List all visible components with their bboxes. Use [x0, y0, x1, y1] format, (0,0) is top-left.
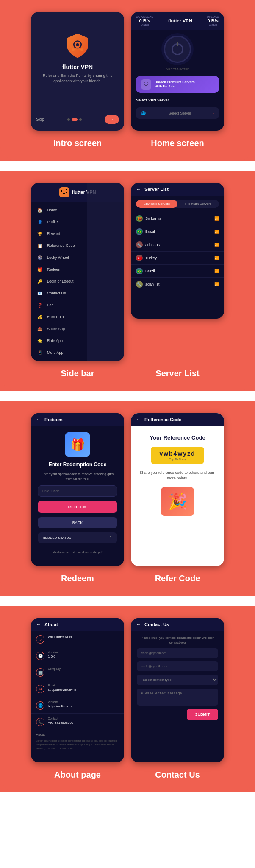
phones-row-1: flutter VPN Refer and Earn the Points by…: [8, 12, 247, 131]
sidebar-item-home[interactable]: 🏠 Home: [31, 204, 124, 216]
sidebar-item-faq[interactable]: ❓ Faq: [31, 299, 124, 311]
tab-standard[interactable]: Standard Servers: [136, 200, 177, 208]
section-sidebar-server: 🛡 flutter VPN 🏠 Home 👤 Profile: [0, 171, 255, 391]
tap-copy-label: Tap To Copy: [159, 458, 195, 461]
refer-header: ← Refference Code: [131, 413, 224, 426]
section-redeem-refer: ← Redeem 🎁 Enter Redemption Code Enter y…: [0, 401, 255, 596]
contact-type-select[interactable]: Select contact type: [137, 675, 218, 685]
sidebar-item-login[interactable]: 🔑 Login or Logout: [31, 275, 124, 287]
server-item-5[interactable]: 🔧 agan list 📶: [131, 278, 224, 291]
server-list-label: Server List: [131, 369, 224, 378]
sidebar-item-earn[interactable]: 💰 Earn Point: [31, 311, 124, 323]
flag-3: 🇹🇷: [136, 255, 143, 261]
sidebar-label-reference: Reference Code: [47, 244, 75, 248]
profile-icon: 👤: [37, 219, 43, 225]
server-item-2[interactable]: 🔧 adasdas 📶: [131, 238, 224, 252]
wifi-icon-4: 📶: [214, 269, 219, 273]
server-flag-name-5: 🔧 agan list: [136, 281, 160, 288]
sidebar-label-lucky: Lucky Wheel: [47, 255, 69, 260]
premium-banner[interactable]: 🛡 Unlock Premium Servers With No Ads: [136, 76, 219, 93]
sidebar-label-profile: Profile: [47, 220, 58, 224]
server-item-1[interactable]: 🇧🇷 Brazil 📶: [131, 225, 224, 238]
power-inner: [172, 43, 183, 55]
sidebar-item-lucky[interactable]: 🎡 Lucky Wheel: [31, 252, 124, 263]
refer-back-icon[interactable]: ←: [136, 417, 141, 423]
about-email-label: Email: [48, 684, 76, 687]
reference-icon: 📋: [37, 243, 43, 249]
contact-body: Please enter you contact details and adm…: [131, 631, 224, 725]
skip-button[interactable]: Skip: [36, 117, 44, 122]
about-website-icon: 🌐: [36, 701, 44, 710]
dot-3: [79, 118, 82, 121]
back-button[interactable]: BACK: [38, 517, 117, 528]
phones-row-3: ← Redeem 🎁 Enter Redemption Code Enter y…: [8, 413, 247, 566]
about-contact-value: +91 8819908565: [48, 721, 73, 725]
about-contact-icon: 📞: [36, 718, 44, 726]
sidebar-label-earn: Earn Point: [47, 315, 65, 319]
section-labels-3: Redeem Refer Code: [8, 574, 247, 583]
sidebar-label-login: Login or Logout: [47, 279, 74, 283]
server-name-4: Brazil: [145, 269, 155, 273]
sidebar-item-reward[interactable]: 🏆 Reward: [31, 228, 124, 240]
sidebar-item-rate[interactable]: ⭐ Rate App: [31, 335, 124, 347]
contact-desc: Please enter you contact details and adm…: [137, 636, 218, 645]
sidebar-item-redeem[interactable]: 🎁 Redeem: [31, 263, 124, 275]
select-server-label: Select VPN Server: [136, 98, 219, 102]
status-label: REDEEM STATUS: [43, 536, 71, 540]
home-icon: 🏠: [37, 207, 43, 213]
redeem-label: Redeem: [31, 574, 124, 583]
wifi-icon-0: 📶: [214, 216, 219, 221]
server-select-box[interactable]: 🌐 Select Server ›: [136, 107, 219, 119]
server-item-3[interactable]: 🇹🇷 Turkey 📶: [131, 252, 224, 265]
refer-code-box[interactable]: vwb4wyzd Tap To Copy: [151, 447, 204, 464]
flag-1: 🇧🇷: [136, 228, 143, 235]
server-flag-name-3: 🇹🇷 Turkey: [136, 255, 157, 261]
upload-box: UPLOAD 0 B/s Status: [207, 15, 219, 26]
redeem-code-input[interactable]: [38, 485, 117, 497]
contact-email2-input[interactable]: [137, 661, 218, 671]
contact-email-input[interactable]: [137, 648, 218, 658]
expand-icon: ⌃: [109, 535, 112, 540]
about-contact-label: Contact: [48, 717, 73, 720]
sidebar-item-reference[interactable]: 📋 Reference Code: [31, 240, 124, 252]
about-company-item: 🏢 Company: [31, 664, 124, 680]
about-app-name-item: 🛡 Will Flutter VPN: [31, 631, 124, 647]
refer-body: Your Reference Code vwb4wyzd Tap To Copy…: [131, 426, 224, 525]
sidebar-phone: 🛡 flutter VPN 🏠 Home 👤 Profile: [31, 183, 124, 361]
sidebar-item-contact[interactable]: 📧 Contact Us: [31, 287, 124, 299]
premium-text: Unlock Premium Servers With No Ads: [155, 80, 195, 89]
about-back-icon[interactable]: ←: [36, 622, 41, 627]
server-item-4[interactable]: 🇧🇷 Brazil 📶: [131, 265, 224, 278]
submit-button[interactable]: SUBMIT: [187, 709, 219, 720]
redeem-status-bar[interactable]: REDEEM STATUS ⌃: [38, 532, 117, 543]
disconnected-text: DISCONNECTED: [166, 68, 189, 71]
power-button[interactable]: [164, 36, 191, 63]
sidebar-item-profile[interactable]: 👤 Profile: [31, 216, 124, 228]
back-arrow-icon[interactable]: ←: [136, 186, 141, 192]
dot-2: [72, 118, 78, 121]
redeem-header: ← Redeem: [31, 413, 124, 426]
about-email-value: support@wilidev.in: [48, 688, 76, 692]
contact-message-textarea[interactable]: [137, 689, 218, 706]
about-company-label: Company: [48, 667, 61, 670]
about-section-title: About: [31, 730, 124, 737]
about-website-value: https://wilidev.in: [48, 704, 72, 708]
intro-subtitle: Refer and Earn the Points by sharing thi…: [36, 73, 119, 84]
server-name-0: Sri Lanka: [145, 216, 161, 221]
gap-3: [0, 596, 255, 606]
tab-premium[interactable]: Premium Servers: [177, 200, 219, 208]
contact-title: Contact Us: [144, 622, 169, 627]
next-button[interactable]: →: [105, 115, 119, 124]
login-icon: 🔑: [37, 278, 43, 284]
redeem-back-icon[interactable]: ←: [36, 417, 41, 423]
sidebar-item-more[interactable]: 📱 More App: [31, 347, 124, 358]
phones-row-2: 🛡 flutter VPN 🏠 Home 👤 Profile: [8, 183, 247, 361]
server-item-0[interactable]: 🇱🇰 Sri Lanka 📶: [131, 212, 224, 225]
flag-2: 🔧: [136, 241, 143, 248]
sidebar-label-reward: Reward: [47, 232, 60, 236]
server-flag-name-4: 🇧🇷 Brazil: [136, 268, 155, 274]
contact-back-icon[interactable]: ←: [136, 622, 141, 627]
sidebar-item-share[interactable]: 📤 Share App: [31, 323, 124, 335]
redeem-button[interactable]: REDEEM: [38, 501, 117, 513]
sidebar-label: Side bar: [31, 369, 124, 378]
